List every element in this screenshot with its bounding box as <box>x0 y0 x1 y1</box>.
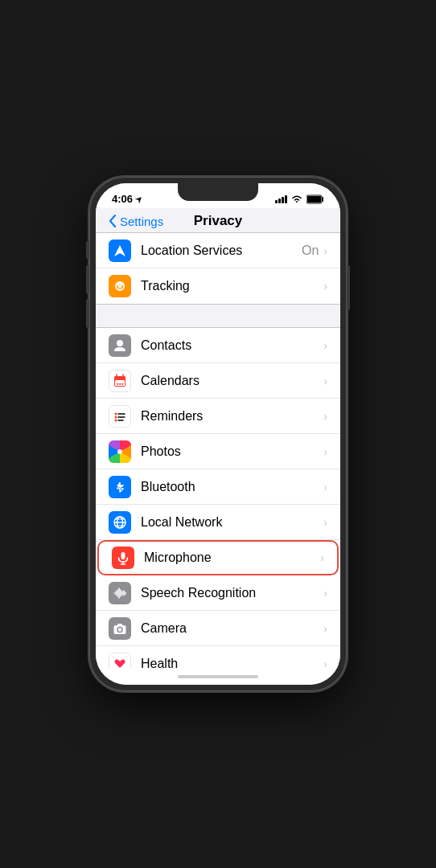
camera-icon <box>109 617 131 640</box>
chevron-icon: › <box>323 657 327 669</box>
location-services-label: Location Services <box>141 244 302 258</box>
volume-down-button <box>86 299 89 328</box>
person-icon <box>113 338 127 353</box>
chevron-icon: › <box>323 516 327 529</box>
globe-icon <box>113 515 127 530</box>
chevron-icon: › <box>323 445 327 458</box>
settings-row-microphone[interactable]: Microphone › <box>97 540 339 575</box>
back-chevron-icon <box>109 215 117 227</box>
chevron-icon: › <box>323 280 327 293</box>
svg-point-18 <box>117 449 122 454</box>
speech-recognition-label: Speech Recognition <box>141 586 323 600</box>
settings-row-contacts[interactable]: Contacts › <box>96 328 340 363</box>
list-icon <box>113 409 127 424</box>
speech-recognition-icon <box>109 582 131 604</box>
svg-point-3 <box>117 340 123 346</box>
svg-point-12 <box>115 412 117 415</box>
mute-button <box>86 241 89 259</box>
svg-text:●●●: ●●● <box>116 381 123 386</box>
signal-icon <box>275 195 287 203</box>
location-arrow-icon <box>113 244 127 258</box>
settings-row-location-services[interactable]: Location Services On › <box>96 233 340 268</box>
settings-row-local-network[interactable]: Local Network › <box>96 505 340 540</box>
chevron-icon: › <box>323 375 327 387</box>
bluetooth-label: Bluetooth <box>141 480 323 494</box>
section-main: Contacts › ▦ <box>96 327 340 669</box>
contacts-icon <box>109 334 131 357</box>
svg-rect-1 <box>307 196 321 203</box>
mic-icon <box>116 551 130 565</box>
chevron-icon: › <box>323 244 327 257</box>
chevron-icon: › <box>323 410 327 423</box>
calendars-icon: ▦ ●●● <box>109 370 131 392</box>
phone-frame: 4:06 <box>89 177 347 691</box>
health-label: Health <box>141 657 323 669</box>
svg-rect-24 <box>121 552 125 559</box>
flower-icon <box>113 444 127 459</box>
settings-row-tracking[interactable]: Tracking › <box>96 268 340 304</box>
settings-content: Location Services On › Tracking <box>96 232 340 669</box>
home-bar <box>178 675 258 678</box>
microphone-icon <box>112 547 134 569</box>
volume-up-button <box>86 265 89 294</box>
group-main: Contacts › ▦ <box>96 327 340 669</box>
settings-row-photos[interactable]: Photos › <box>96 434 340 469</box>
navigation-bar: Settings Privacy <box>96 208 340 232</box>
phone-screen: 4:06 <box>96 183 340 685</box>
contacts-label: Contacts <box>141 338 323 353</box>
notch <box>178 183 258 201</box>
waveform-icon <box>113 586 127 600</box>
chevron-icon: › <box>323 622 327 635</box>
wifi-icon <box>291 195 302 203</box>
svg-rect-35 <box>114 625 126 634</box>
settings-row-health[interactable]: Health › <box>96 646 340 669</box>
status-time: 4:06 <box>112 193 143 205</box>
heart-icon <box>113 657 127 669</box>
reminders-icon <box>109 405 131 428</box>
svg-rect-37 <box>117 624 122 626</box>
reminders-label: Reminders <box>141 409 323 424</box>
location-services-value: On <box>302 244 319 258</box>
settings-row-calendars[interactable]: ▦ ●●● Calendars › <box>96 363 340 399</box>
chevron-icon: › <box>323 481 327 493</box>
back-label: Settings <box>120 215 163 228</box>
local-network-label: Local Network <box>141 515 323 530</box>
status-icons <box>275 194 324 204</box>
health-icon <box>109 653 131 669</box>
camera-label: Camera <box>141 621 323 636</box>
tracking-icon <box>109 275 131 297</box>
page-title: Privacy <box>194 213 243 229</box>
power-button <box>347 265 350 310</box>
settings-row-bluetooth[interactable]: Bluetooth › <box>96 469 340 505</box>
local-network-icon <box>109 511 131 534</box>
photos-label: Photos <box>141 444 323 459</box>
bluetooth-icon <box>109 476 131 498</box>
microphone-label: Microphone <box>144 551 320 565</box>
location-arrow-icon <box>135 195 143 203</box>
calendar-icon: ▦ ●●● <box>113 374 127 388</box>
camera-symbol-icon <box>113 621 127 636</box>
time-display: 4:06 <box>112 193 133 205</box>
settings-row-speech-recognition[interactable]: Speech Recognition › <box>96 575 340 611</box>
photos-icon <box>109 440 131 463</box>
chevron-icon: › <box>323 587 327 600</box>
home-indicator <box>96 669 340 685</box>
chevron-icon: › <box>320 551 324 564</box>
calendars-label: Calendars <box>141 374 323 388</box>
group-top: Location Services On › Tracking <box>96 232 340 305</box>
back-button[interactable]: Settings <box>109 215 163 228</box>
svg-point-13 <box>115 416 117 418</box>
section-spacer <box>96 305 340 327</box>
battery-icon <box>306 194 324 204</box>
section-top: Location Services On › Tracking <box>96 232 340 305</box>
settings-row-reminders[interactable]: Reminders › <box>96 399 340 434</box>
tracking-symbol-icon <box>113 279 127 293</box>
svg-point-14 <box>115 419 117 421</box>
tracking-label: Tracking <box>141 279 323 293</box>
settings-row-camera[interactable]: Camera › <box>96 611 340 646</box>
bluetooth-symbol-icon <box>113 480 127 494</box>
location-services-icon <box>109 240 131 262</box>
chevron-icon: › <box>323 339 327 352</box>
